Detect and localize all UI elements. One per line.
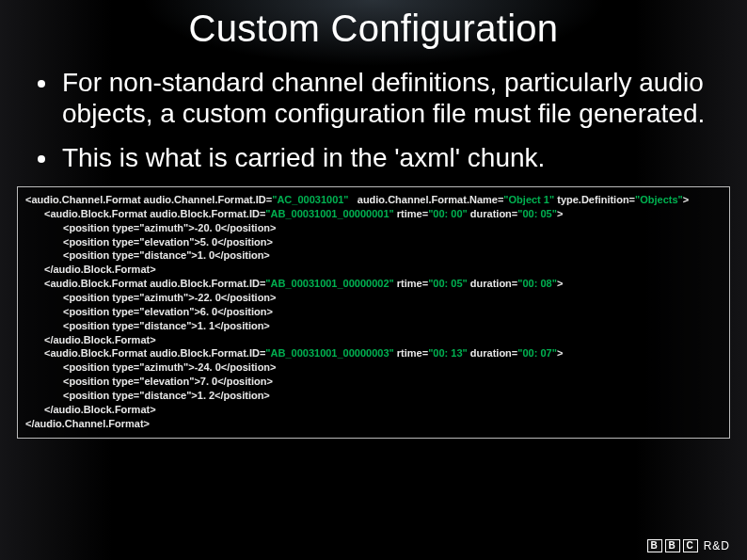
code-line: <position type="elevation">6. 0</positio… [25, 305, 722, 319]
code-sample: <audio.Channel.Format audio.Channel.Form… [17, 186, 730, 439]
code-line: <position type="elevation">7. 0</positio… [25, 375, 722, 389]
list-item: This is what is carried in the 'axml' ch… [34, 142, 709, 173]
code-line: <audio.Channel.Format audio.Channel.Form… [25, 194, 689, 205]
bullet-dot-icon [38, 155, 45, 163]
footer-rnd-label: R&D [704, 539, 730, 552]
code-line: <position type="azimuth">-24. 0</positio… [25, 360, 722, 375]
slide-title: Custom Configuration [0, 0, 747, 50]
footer-logo: BBC R&D [647, 539, 730, 552]
code-line: </audio.Block.Format> [25, 333, 722, 347]
code-line: <audio.Block.Format audio.Block.Format.I… [25, 346, 722, 360]
code-line: <audio.Block.Format audio.Block.Format.I… [25, 207, 722, 221]
code-line: <audio.Block.Format audio.Block.Format.I… [25, 277, 722, 291]
bullet-list: For non-standard channel definitions, pa… [34, 67, 709, 173]
code-line: <position type="distance">1. 0</position… [25, 248, 722, 263]
bullet-text: For non-standard channel definitions, pa… [62, 67, 709, 129]
code-line: </audio.Block.Format> [25, 263, 722, 277]
bbc-logo-icon: BBC [647, 539, 698, 552]
code-line: <position type="azimuth">-20. 0</positio… [25, 221, 722, 235]
code-line: </audio.Block.Format> [25, 403, 722, 417]
bullet-dot-icon [38, 80, 45, 88]
code-line: <position type="distance">1. 2</position… [25, 389, 722, 403]
code-line: <position type="elevation">5. 0</positio… [25, 235, 722, 249]
code-line: <position type="distance">1. 1</position… [25, 319, 722, 333]
code-line: <position type="azimuth">-22. 0</positio… [25, 291, 722, 305]
list-item: For non-standard channel definitions, pa… [34, 67, 709, 129]
bullet-text: This is what is carried in the 'axml' ch… [62, 142, 545, 173]
code-line: </audio.Channel.Format> [25, 418, 150, 429]
